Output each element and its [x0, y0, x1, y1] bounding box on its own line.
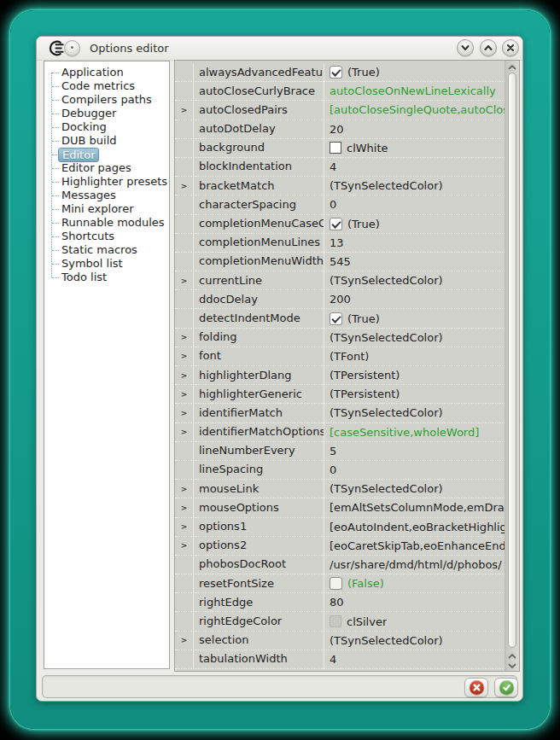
- property-row[interactable]: autoClosedPairs [autoCloseSingleQuote,au…: [175, 101, 505, 119]
- property-row[interactable]: completionMenuLines 13: [175, 234, 505, 253]
- sidebar-category-item[interactable]: Code metrics: [44, 79, 169, 93]
- property-row[interactable]: characterSpacing 0: [175, 195, 505, 214]
- property-row[interactable]: folding (TSynSelectedColor): [175, 329, 505, 347]
- property-value[interactable]: 200: [324, 293, 505, 306]
- sidebar-category-item[interactable]: Editor pages: [44, 161, 169, 175]
- property-value[interactable]: 0: [324, 198, 505, 211]
- property-row[interactable]: lineSpacing 0: [175, 461, 505, 480]
- value-checkbox[interactable]: [330, 312, 342, 325]
- property-row[interactable]: detectIndentMode (True): [175, 309, 505, 328]
- scroll-up-icon[interactable]: [507, 62, 517, 72]
- property-value[interactable]: (True): [324, 312, 505, 325]
- sidebar-category-item[interactable]: Symbol list: [44, 257, 169, 271]
- window-menu-button[interactable]: [64, 40, 80, 56]
- property-row[interactable]: options2 [eoCaretSkipTab,eoEnhanceEndKe: [175, 537, 505, 556]
- sidebar-category-item[interactable]: Editor: [44, 148, 169, 161]
- scroll-up-bottom-icon[interactable]: [507, 651, 517, 661]
- sidebar-category-item[interactable]: Messages: [44, 189, 169, 202]
- property-row[interactable]: resetFontSize (False): [175, 574, 505, 593]
- property-row[interactable]: rightEdgeColor clSilver: [175, 612, 505, 631]
- property-value[interactable]: (True): [324, 218, 505, 230]
- expand-chevron-icon[interactable]: [175, 347, 193, 365]
- property-row[interactable]: background clWhite: [175, 139, 505, 158]
- property-row[interactable]: mouseOptions [emAltSetsColumnMode,emDrag…: [175, 498, 505, 517]
- expand-chevron-icon[interactable]: [175, 385, 193, 404]
- property-row[interactable]: completionMenuWidth 545: [175, 253, 505, 271]
- property-row[interactable]: identifierMatch (TSynSelectedColor): [175, 404, 505, 422]
- expand-chevron-icon[interactable]: [175, 536, 193, 555]
- expand-chevron-icon[interactable]: [175, 631, 193, 650]
- property-value[interactable]: [caseSensitive,wholeWord]: [324, 426, 505, 439]
- property-row[interactable]: autoCloseCurlyBrace autoCloseOnNewLineLe…: [175, 82, 505, 101]
- cancel-button[interactable]: [464, 678, 488, 697]
- property-row[interactable]: selection (TSynSelectedColor): [175, 632, 505, 650]
- property-row[interactable]: identifierMatchOptions [caseSensitive,wh…: [175, 423, 505, 442]
- property-row[interactable]: bracketMatch (TSynSelectedColor): [175, 177, 505, 195]
- property-value[interactable]: clSilver: [324, 615, 505, 628]
- sidebar-category-item[interactable]: Docking: [44, 120, 169, 134]
- property-value[interactable]: /usr/share/dmd/html/d/phobos/: [324, 558, 505, 571]
- property-row[interactable]: autoDotDelay 20: [175, 120, 505, 139]
- value-checkbox[interactable]: [330, 577, 342, 590]
- expand-chevron-icon[interactable]: [175, 517, 193, 536]
- sidebar-category-item[interactable]: Debugger: [44, 107, 169, 120]
- maximize-button[interactable]: [480, 39, 497, 56]
- sidebar-category-item[interactable]: Runnable modules: [44, 216, 169, 230]
- sidebar-category-item[interactable]: DUB build: [44, 134, 169, 148]
- property-row[interactable]: completionMenuCaseCare (True): [175, 215, 505, 234]
- property-value[interactable]: (TSynSelectedColor): [324, 406, 505, 419]
- property-value[interactable]: (TSynSelectedColor): [324, 274, 505, 287]
- property-value[interactable]: 4: [324, 160, 505, 173]
- value-color-swatch[interactable]: [330, 142, 341, 154]
- property-value[interactable]: (TSynSelectedColor): [324, 179, 505, 192]
- property-value[interactable]: (TSynSelectedColor): [324, 634, 505, 647]
- property-value[interactable]: (TSynSelectedColor): [324, 331, 505, 344]
- property-row[interactable]: currentLine (TSynSelectedColor): [175, 271, 505, 290]
- property-row[interactable]: options1 [eoAutoIndent,eoBracketHighligh…: [175, 518, 505, 537]
- property-value[interactable]: 13: [324, 236, 505, 249]
- property-row[interactable]: highlighterGeneric (TPersistent): [175, 385, 505, 404]
- property-row[interactable]: mouseLink (TSynSelectedColor): [175, 480, 505, 498]
- shade-button[interactable]: [457, 39, 474, 56]
- property-row[interactable]: blockIndentation 4: [175, 158, 505, 177]
- sidebar-category-item[interactable]: Compilers paths: [44, 93, 169, 107]
- property-value[interactable]: 80: [324, 596, 505, 609]
- ok-button[interactable]: [494, 678, 518, 697]
- property-row[interactable]: alwaysAdvancedFeatures (True): [175, 63, 505, 82]
- scroll-down-icon[interactable]: [507, 661, 517, 670]
- sidebar-category-item[interactable]: Application: [44, 66, 169, 79]
- value-color-swatch[interactable]: [330, 615, 341, 627]
- property-row[interactable]: tabulationWidth 4: [175, 650, 505, 669]
- property-value[interactable]: (TFont): [324, 350, 505, 363]
- property-row[interactable]: rightEdge 80: [175, 593, 505, 612]
- sidebar-category-item[interactable]: Shortcuts: [44, 230, 169, 243]
- property-row[interactable]: lineNumberEvery 5: [175, 442, 505, 461]
- expand-chevron-icon[interactable]: [175, 366, 193, 385]
- expand-chevron-icon[interactable]: [175, 404, 193, 422]
- property-value[interactable]: [emAltSetsColumnMode,emDragDr: [324, 501, 505, 514]
- value-checkbox[interactable]: [330, 66, 342, 79]
- property-value[interactable]: (TPersistent): [324, 387, 505, 400]
- sidebar-category-item[interactable]: Static macros: [44, 243, 169, 257]
- value-checkbox[interactable]: [330, 218, 342, 230]
- property-value[interactable]: (True): [324, 66, 505, 79]
- property-row[interactable]: highlighterDlang (TPersistent): [175, 366, 505, 385]
- sidebar-category-item[interactable]: Mini explorer: [44, 202, 169, 216]
- property-row[interactable]: phobosDocRoot /usr/share/dmd/html/d/phob…: [175, 556, 505, 574]
- scrollbar-thumb[interactable]: [508, 73, 516, 648]
- property-value[interactable]: 5: [324, 445, 505, 457]
- property-value[interactable]: 4: [324, 653, 505, 666]
- expand-chevron-icon[interactable]: [175, 480, 193, 498]
- grid-scrollbar[interactable]: [505, 61, 519, 671]
- expand-chevron-icon[interactable]: [175, 177, 193, 195]
- property-value[interactable]: 0: [324, 463, 505, 476]
- property-value[interactable]: 20: [324, 123, 505, 136]
- expand-chevron-icon[interactable]: [175, 271, 193, 290]
- expand-chevron-icon[interactable]: [175, 101, 193, 119]
- expand-chevron-icon[interactable]: [175, 328, 193, 347]
- property-value[interactable]: 545: [324, 255, 505, 268]
- expand-chevron-icon[interactable]: [175, 422, 193, 441]
- sidebar-category-item[interactable]: Todo list: [44, 271, 169, 284]
- property-row[interactable]: font (TFont): [175, 347, 505, 366]
- property-value[interactable]: [autoCloseSingleQuote,autoCloseD: [324, 103, 505, 116]
